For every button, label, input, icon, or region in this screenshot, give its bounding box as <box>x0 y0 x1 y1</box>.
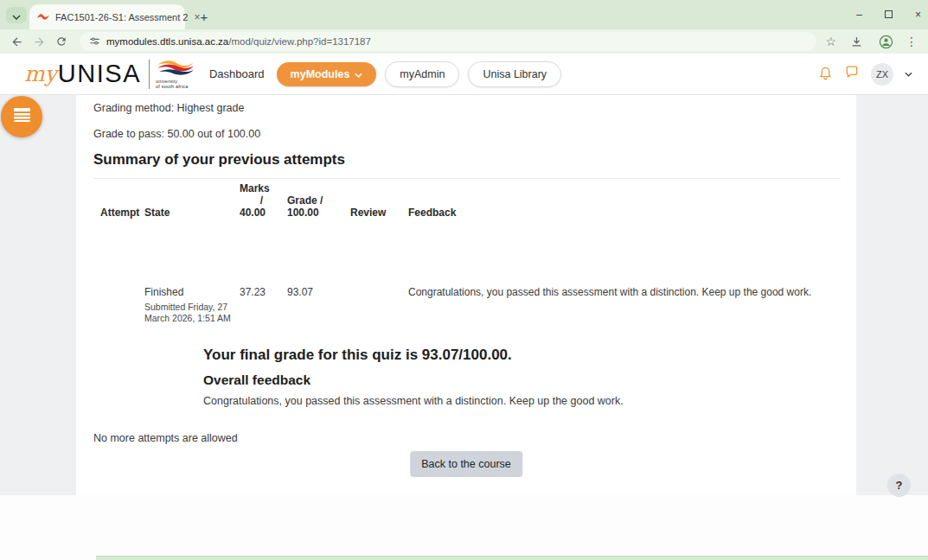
close-window-icon[interactable]: × <box>915 9 921 21</box>
maximize-icon[interactable] <box>885 9 893 21</box>
attempt-review <box>345 286 406 324</box>
window-controls: – × <box>856 0 921 29</box>
attempts-table-header: Attempt State Marks / 40.00 Grade / 100.… <box>93 182 841 219</box>
nav-unisa-library[interactable]: Unisa Library <box>468 61 561 87</box>
toolbar-right: ☆ ⋮ <box>825 32 918 51</box>
overall-feedback-text: Congratulations, you passed this assessm… <box>203 395 624 407</box>
attempt-grade: 93.07 <box>263 286 345 324</box>
address-bar[interactable]: mymodules.dtls.unisa.ac.za/mod/quiz/view… <box>80 32 816 51</box>
favicon-wave-icon <box>37 12 49 22</box>
col-attempt: Attempt <box>93 207 144 219</box>
forward-icon[interactable] <box>29 32 48 51</box>
url-host: mymodules.dtls.unisa.ac.za <box>106 36 228 47</box>
attempt-marks: 37.23 <box>240 286 263 324</box>
grade-to-pass: Grade to pass: 50.00 out of 100.00 <box>93 128 260 140</box>
main-nav: Dashboard myModules myAdmin Unisa Librar… <box>206 61 561 87</box>
browser-titlebar: FAC1501-26-S1: Assessment 2 × + – × <box>0 0 928 29</box>
tab-search-button[interactable] <box>6 7 27 23</box>
logo-flame-block: university of south africa <box>156 59 195 90</box>
help-button[interactable]: ? <box>887 474 911 497</box>
bookmark-star-icon[interactable]: ☆ <box>825 35 836 48</box>
logo-divider <box>149 60 150 89</box>
avatar-caret-icon[interactable] <box>905 72 912 77</box>
col-marks: Marks / 40.00 <box>240 182 263 219</box>
attempt-state-submitted: Submitted Friday, 27 March 2026, 1:51 AM <box>144 302 231 324</box>
bell-icon[interactable] <box>818 65 833 84</box>
nav-mymodules[interactable]: myModules <box>277 62 377 86</box>
minimize-icon[interactable]: – <box>856 9 862 21</box>
nav-unisa-library-label: Unisa Library <box>483 68 547 80</box>
attempt-table-row: Finished Submitted Friday, 27 March 2026… <box>93 286 841 324</box>
col-grade: Grade / 100.00 <box>263 194 345 219</box>
sidebar-toggle-button[interactable] <box>1 96 42 137</box>
browser-toolbar: mymodules.dtls.unisa.ac.za/mod/quiz/view… <box>0 29 928 54</box>
logo-unisa-text: UNISA <box>58 60 141 88</box>
right-gutter: ? <box>856 95 928 495</box>
tab-title: FAC1501-26-S1: Assessment 2 <box>55 12 188 22</box>
overall-feedback-heading: Overall feedback <box>203 372 310 388</box>
bottom-green-bar <box>96 556 928 560</box>
attempt-number <box>93 286 144 324</box>
col-grade-line2: 100.00 <box>287 207 345 219</box>
new-tab-button[interactable]: + <box>194 6 214 27</box>
header-right: ZX <box>818 63 912 86</box>
nav-mymodules-label: myModules <box>291 68 350 80</box>
no-more-attempts-text: No more attempts are allowed <box>93 432 238 444</box>
maximize-glyph <box>885 10 893 18</box>
grading-method: Grading method: Highest grade <box>93 102 244 114</box>
final-grade-text: Your final grade for this quiz is 93.07/… <box>203 347 512 364</box>
chat-icon[interactable] <box>844 65 860 83</box>
avatar[interactable]: ZX <box>871 63 893 86</box>
reload-icon[interactable] <box>52 32 71 51</box>
quiz-view-panel: Grading method: Highest grade Grade to p… <box>76 95 856 495</box>
url-path: /mod/quiz/view.php?id=1317187 <box>228 36 371 47</box>
summary-heading: Summary of your previous attempts <box>93 151 345 169</box>
menu-dots-icon[interactable]: ⋮ <box>906 35 918 48</box>
list-icon <box>14 108 30 125</box>
back-to-course-button[interactable]: Back to the course <box>410 451 522 477</box>
col-state: State <box>144 207 240 219</box>
browser-tab[interactable]: FAC1501-26-S1: Assessment 2 × <box>29 4 185 29</box>
nav-myadmin-label: myAdmin <box>400 68 445 80</box>
logo-my-script: my <box>24 61 57 86</box>
attempt-state: Finished Submitted Friday, 27 March 2026… <box>144 286 240 324</box>
profile-icon[interactable] <box>876 32 895 51</box>
url-text: mymodules.dtls.unisa.ac.za/mod/quiz/view… <box>106 36 371 47</box>
download-icon[interactable] <box>847 32 866 51</box>
col-grade-line1: Grade / <box>287 194 345 207</box>
attempt-state-main: Finished <box>144 286 240 298</box>
left-gutter <box>0 95 76 495</box>
col-feedback: Feedback <box>406 207 841 219</box>
nav-dashboard[interactable]: Dashboard <box>206 67 268 80</box>
summary-divider <box>93 178 841 179</box>
col-marks-line1: Marks / <box>240 182 263 207</box>
logo-subtext-2: of south africa <box>156 85 195 90</box>
col-review: Review <box>345 207 406 219</box>
chevron-down-icon <box>355 68 362 80</box>
chevron-down-icon <box>12 8 21 23</box>
nav-myadmin[interactable]: myAdmin <box>385 61 459 87</box>
col-marks-line2: 40.00 <box>240 207 263 219</box>
back-icon[interactable] <box>7 32 26 51</box>
site-header: my UNISA university of south africa Dash… <box>0 54 928 95</box>
unisa-flame-icon <box>156 59 195 79</box>
site-info-icon[interactable] <box>89 35 100 48</box>
myunisa-logo[interactable]: my UNISA university of south africa <box>24 59 195 90</box>
attempt-feedback: Congratulations, you passed this assessm… <box>406 286 841 324</box>
